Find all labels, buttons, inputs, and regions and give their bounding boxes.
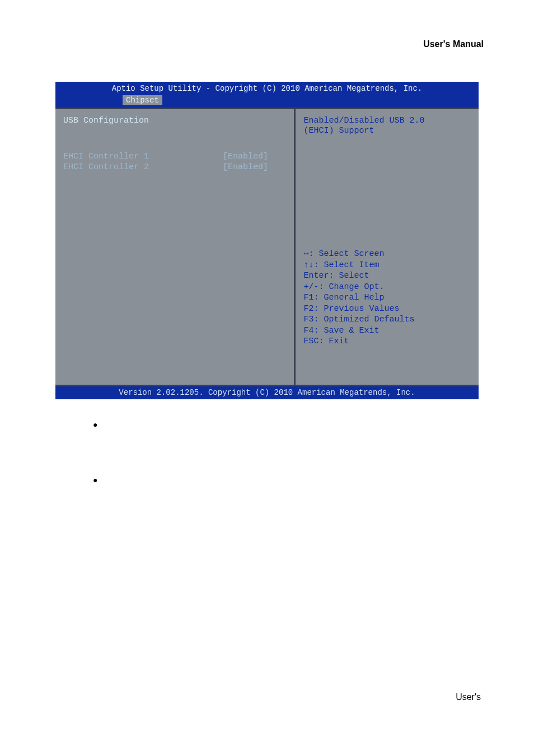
page-footer: User's	[0, 692, 534, 702]
bios-right-pane: Enabled/Disabled USB 2.0 (EHCI) Support …	[296, 109, 479, 385]
option-value[interactable]: [Enabled]	[223, 162, 268, 173]
bios-footer-bar: Version 2.02.1205. Copyright (C) 2010 Am…	[55, 386, 479, 400]
tab-chipset[interactable]: Chipset	[123, 95, 162, 106]
nav-line: ↑↓: Select Item	[303, 260, 473, 271]
help-line: (EHCI) Support	[303, 126, 473, 137]
nav-line: F1: General Help	[303, 292, 473, 304]
bios-header-bar: Aptio Setup Utility - Copyright (C) 2010…	[55, 82, 479, 108]
nav-line: F4: Save & Exit	[303, 325, 473, 337]
section-title: USB Configuration	[63, 116, 288, 127]
bios-title: Aptio Setup Utility - Copyright (C) 2010…	[55, 84, 479, 94]
bullet-icon: ●	[93, 475, 97, 488]
nav-line: +/-: Change Opt.	[303, 282, 473, 293]
document-text: ● ●	[93, 419, 456, 503]
nav-line: F3: Optimized Defaults	[303, 314, 473, 325]
nav-help: ↔: Select Screen ↑↓: Select Item Enter: …	[303, 249, 473, 347]
bios-body: USB Configuration EHCI Controller 1 [Ena…	[55, 108, 479, 386]
bullet-text	[110, 475, 112, 488]
nav-line: ESC: Exit	[303, 336, 473, 347]
bullet-icon: ●	[93, 419, 97, 432]
bios-tabs: Chipset	[55, 94, 479, 108]
page-header: User's Manual	[34, 39, 484, 49]
bios-screenshot: Aptio Setup Utility - Copyright (C) 2010…	[55, 82, 479, 399]
option-label: EHCI Controller 2	[63, 162, 223, 173]
option-row[interactable]: EHCI Controller 2 [Enabled]	[63, 162, 288, 173]
bios-left-pane: USB Configuration EHCI Controller 1 [Ena…	[55, 109, 296, 385]
bullet-item: ●	[93, 475, 456, 488]
help-line: Enabled/Disabled USB 2.0	[303, 116, 473, 127]
bullet-text	[110, 419, 112, 432]
bullet-item: ●	[93, 419, 456, 432]
option-value[interactable]: [Enabled]	[223, 152, 268, 162]
nav-line: Enter: Select	[303, 270, 473, 282]
nav-line: F2: Previous Values	[303, 304, 473, 315]
option-label: EHCI Controller 1	[63, 152, 223, 162]
nav-line: ↔: Select Screen	[303, 249, 473, 260]
context-help: Enabled/Disabled USB 2.0 (EHCI) Support	[303, 116, 473, 137]
option-row[interactable]: EHCI Controller 1 [Enabled]	[63, 152, 288, 162]
